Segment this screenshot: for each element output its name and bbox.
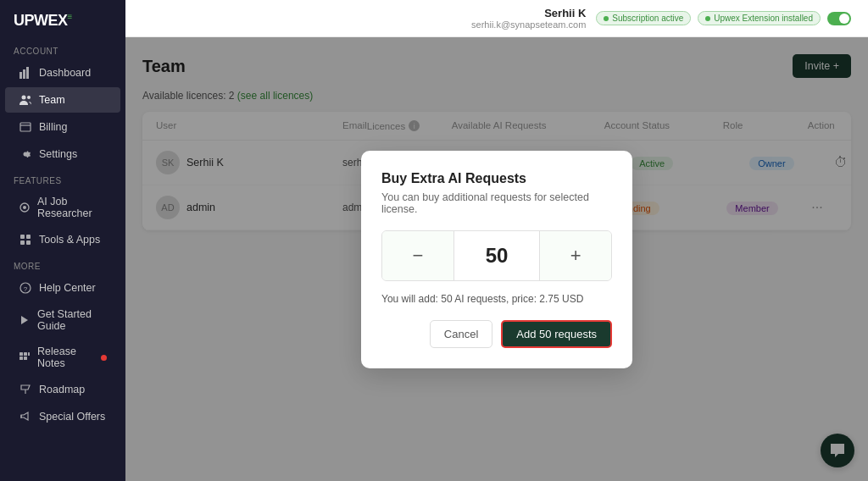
svg-rect-12 [26, 240, 31, 245]
svg-marker-15 [21, 316, 28, 324]
sidebar-item-dashboard[interactable]: Dashboard [5, 60, 120, 86]
sidebar-item-settings[interactable]: Settings [5, 141, 120, 167]
megaphone-icon [19, 410, 32, 423]
buy-ai-requests-modal: Buy Extra AI Requests You can buy additi… [361, 151, 632, 368]
tools-icon [19, 233, 32, 246]
extension-badge: Upwex Extension installed [698, 11, 821, 25]
sidebar-item-tools-apps[interactable]: Tools & Apps [5, 227, 120, 252]
svg-point-8 [23, 206, 26, 209]
help-icon: ? [19, 281, 32, 295]
sidebar: UPWEX≡ ACCOUNT Dashboard Team Billing Se… [0, 0, 125, 481]
sidebar-item-label: AI Job Researcher [37, 196, 107, 219]
svg-rect-18 [28, 352, 30, 356]
release-notes-badge [101, 355, 107, 361]
topbar-user-info: Serhii K serhii.k@synapseteam.com [471, 7, 586, 30]
svg-point-4 [27, 96, 31, 99]
section-label-account: ACCOUNT [0, 38, 125, 59]
sidebar-item-special-offers[interactable]: Special Offers [5, 404, 120, 429]
topbar-badges: Subscription active Upwex Extension inst… [596, 11, 851, 25]
sidebar-item-label: Dashboard [39, 67, 91, 79]
section-label-features: FEATURES [0, 168, 125, 189]
sidebar-item-label: Billing [39, 121, 67, 133]
gear-icon [19, 147, 32, 161]
section-label-more: MORE [0, 253, 125, 274]
quantity-value: 50 [454, 231, 540, 280]
svg-rect-20 [24, 357, 27, 360]
cancel-button[interactable]: Cancel [430, 320, 492, 348]
bar-chart-icon [19, 66, 32, 80]
modal-overlay: Buy Extra AI Requests You can buy additi… [125, 37, 868, 481]
modal-actions: Cancel Add 50 requests [381, 320, 612, 348]
svg-rect-9 [20, 235, 25, 239]
svg-rect-10 [26, 235, 31, 239]
quantity-control: − 50 + [381, 230, 612, 281]
extension-label: Upwex Extension installed [714, 14, 813, 23]
modal-description: You can buy additional requests for sele… [381, 191, 612, 215]
svg-rect-11 [20, 240, 25, 245]
add-requests-button[interactable]: Add 50 requests [501, 320, 612, 348]
ai-icon [19, 201, 31, 214]
subscription-badge: Subscription active [596, 11, 691, 25]
sidebar-item-label: Help Center [39, 282, 96, 294]
svg-rect-1 [23, 69, 25, 79]
modal-title: Buy Extra AI Requests [381, 171, 612, 186]
sidebar-item-get-started[interactable]: Get Started Guide [5, 302, 120, 338]
topbar-user-name: Serhii K [471, 7, 586, 19]
sidebar-item-label: Release Notes [37, 346, 92, 369]
svg-point-3 [22, 96, 26, 100]
topbar: Serhii K serhii.k@synapseteam.com Subscr… [125, 0, 868, 37]
sidebar-item-label: Get Started Guide [37, 308, 107, 332]
svg-rect-19 [19, 357, 23, 360]
modal-summary: You will add: 50 AI requests, price: 2.7… [381, 293, 612, 305]
sidebar-item-label: Tools & Apps [39, 234, 100, 246]
logo: UPWEX≡ [0, 0, 125, 38]
sidebar-item-label: Team [39, 94, 65, 106]
sidebar-item-team[interactable]: Team [5, 87, 120, 113]
content-area: Team Invite + Available licences: 2 (see… [125, 37, 868, 481]
svg-rect-0 [19, 72, 22, 79]
people-icon [19, 93, 32, 107]
sidebar-item-release-notes[interactable]: Release Notes [5, 340, 120, 375]
logo-badge: ≡ [68, 12, 72, 21]
main-content: Serhii K serhii.k@synapseteam.com Subscr… [125, 0, 868, 481]
sidebar-item-help-center[interactable]: ? Help Center [5, 275, 120, 301]
roadmap-icon [19, 383, 32, 396]
subscription-label: Subscription active [612, 14, 683, 23]
svg-rect-5 [20, 123, 31, 131]
sidebar-item-billing[interactable]: Billing [5, 114, 120, 140]
svg-rect-17 [24, 352, 27, 356]
svg-rect-2 [26, 67, 29, 79]
sidebar-item-label: Special Offers [39, 411, 105, 423]
play-icon [19, 313, 31, 327]
toggle-switch[interactable] [827, 12, 851, 25]
sidebar-item-label: Roadmap [39, 384, 85, 395]
extension-dot [705, 16, 710, 21]
subscription-dot [604, 16, 609, 21]
sidebar-item-label: Settings [39, 148, 77, 160]
quantity-increase-button[interactable]: + [540, 231, 611, 280]
svg-text:?: ? [24, 285, 28, 293]
quantity-decrease-button[interactable]: − [382, 231, 453, 280]
billing-icon [19, 120, 32, 134]
sidebar-item-ai-job-researcher[interactable]: AI Job Researcher [5, 190, 120, 225]
svg-rect-16 [19, 352, 23, 356]
topbar-user-email: serhii.k@synapseteam.com [471, 19, 586, 30]
release-notes-icon [19, 351, 31, 364]
sidebar-item-roadmap[interactable]: Roadmap [5, 377, 120, 402]
